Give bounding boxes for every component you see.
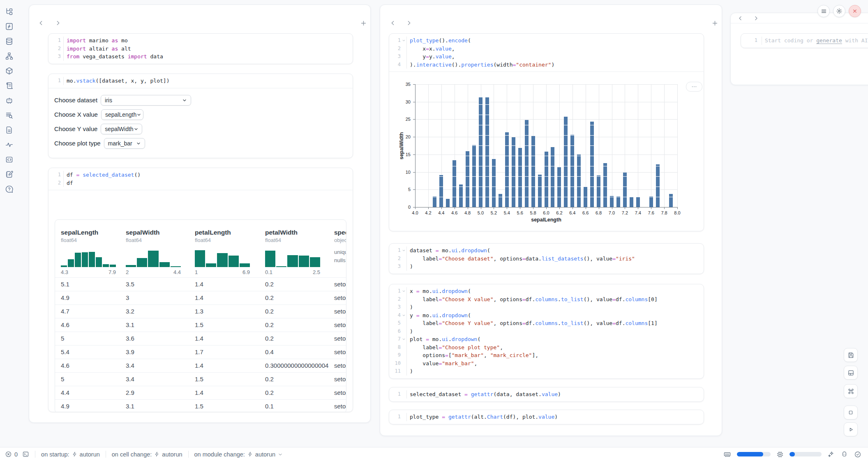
stop-kernel-button[interactable] bbox=[844, 406, 858, 420]
fold-toggle-icon[interactable] bbox=[401, 311, 406, 320]
dropdown-value: iris bbox=[105, 97, 112, 104]
kernel-status-button[interactable] bbox=[854, 451, 861, 458]
table-row[interactable]: 4.63.11.50.2setosa bbox=[55, 318, 346, 332]
layout-toggle-button[interactable] bbox=[844, 366, 858, 380]
code-editor[interactable]: 1plot_type().encode(2 x=x.value,3 y=y.va… bbox=[389, 34, 704, 71]
y-tick-mark bbox=[413, 137, 415, 137]
chevron-down-icon bbox=[402, 337, 406, 341]
histogram-bar bbox=[229, 256, 239, 267]
fold-toggle-icon[interactable] bbox=[401, 37, 406, 45]
code-editor[interactable]: 1Start coding or generate with AI bbox=[741, 34, 868, 48]
table-row[interactable]: 4.63.41.40.30000000000000004setosa bbox=[55, 359, 346, 373]
column-right-button[interactable] bbox=[54, 19, 62, 27]
menu-button[interactable] bbox=[817, 5, 830, 17]
table-column-header[interactable]: sepalWidthfloat6424.4 bbox=[126, 229, 187, 275]
code-cell-selected-dataset[interactable]: 1selected_dataset = getattr(data, datase… bbox=[389, 387, 704, 402]
chevron-down-icon bbox=[182, 98, 187, 103]
add-cell-button[interactable] bbox=[711, 19, 718, 27]
close-panel-button[interactable] bbox=[849, 5, 861, 17]
code-cell-dataframe[interactable]: 1df = selected_dataset()2df sepalLengthf… bbox=[48, 168, 353, 412]
add-cell-button[interactable] bbox=[360, 19, 367, 27]
fold-toggle-icon[interactable] bbox=[401, 335, 406, 343]
dropdown-choose-dataset[interactable]: iris bbox=[101, 95, 191, 106]
sidebar-item-database[interactable] bbox=[5, 37, 14, 46]
table-column-header[interactable]: petalLengthfloat6416.9 bbox=[195, 229, 256, 275]
histogram-bar bbox=[276, 266, 286, 267]
x-tick-label: 4.8 bbox=[462, 210, 474, 215]
table-row[interactable]: 53.61.40.2setosa bbox=[55, 332, 346, 346]
chart-menu-button[interactable] bbox=[686, 82, 702, 92]
ai-assistant-button[interactable] bbox=[840, 450, 848, 458]
dropdown-choose-plot-type[interactable]: mark_bar bbox=[104, 138, 145, 149]
code-cell-plot-type[interactable]: 1plot_type = getattr(alt.Chart(df), plot… bbox=[389, 410, 704, 424]
code-cell-plot[interactable]: 1plot_type().encode(2 x=x.value,3 y=y.va… bbox=[389, 33, 704, 231]
code-editor[interactable]: 1x = mo.ui.dropdown(2 label="Choose X va… bbox=[389, 284, 704, 378]
line-number: 6 bbox=[392, 327, 401, 336]
sidebar-item-hierarchy[interactable] bbox=[5, 52, 14, 60]
code-editor[interactable]: 1selected_dataset = getattr(data, datase… bbox=[389, 387, 704, 401]
autorun-config-1[interactable]: on cell change:autorun bbox=[112, 451, 182, 458]
chevron-down-icon bbox=[402, 313, 406, 317]
scratchpad-cell[interactable]: 1Start coding or generate with AI bbox=[741, 33, 868, 48]
column-left-button[interactable] bbox=[389, 19, 397, 27]
table-cell: 4.6 bbox=[61, 321, 69, 328]
sidebar-item-notebook-pen[interactable] bbox=[5, 170, 14, 179]
sidebar-item-text-search[interactable] bbox=[5, 111, 14, 120]
table-column-header[interactable]: speciesobjectunique:nulls: bbox=[334, 229, 346, 265]
sidebar-item-file-text[interactable] bbox=[5, 126, 14, 134]
dropdown-choose-y-value[interactable]: sepalWidth bbox=[101, 124, 142, 134]
sidebar-item-file-tree[interactable] bbox=[5, 7, 14, 16]
fold-toggle-icon[interactable] bbox=[401, 247, 406, 255]
code-editor[interactable]: 1mo.vstack([dataset, x, y, plot]) bbox=[48, 74, 353, 88]
code-editor[interactable]: 1import marimo as mo2import altair as al… bbox=[48, 34, 353, 64]
code-line: 5 label="Choose Y value", options=df.col… bbox=[392, 319, 704, 327]
code-editor[interactable]: 1dataset = mo.ui.dropdown(2 label="Choos… bbox=[389, 244, 704, 274]
table-row[interactable]: 4.931.40.2setosa bbox=[55, 291, 346, 305]
sidebar-item-bot[interactable] bbox=[5, 96, 14, 105]
autorun-config-2[interactable]: on module change:autorun bbox=[194, 451, 283, 458]
code-line: 2 x=x.value, bbox=[392, 45, 704, 53]
code-cell-dataset-dropdown[interactable]: 1dataset = mo.ui.dropdown(2 label="Choos… bbox=[389, 243, 704, 274]
chart-bar bbox=[505, 132, 509, 207]
table-column-header[interactable]: petalWidthfloat640.12.5 bbox=[265, 229, 327, 275]
table-cell: 1.4 bbox=[195, 281, 203, 288]
table-row[interactable]: 4.93.11.50.1setosa bbox=[55, 399, 346, 412]
sidebar-item-scroll[interactable] bbox=[5, 81, 14, 90]
altair-chart[interactable]: 051015202530354.04.24.44.64.85.05.25.45.… bbox=[389, 72, 704, 231]
code-editor[interactable]: 1plot_type = getattr(alt.Chart(df), plot… bbox=[389, 410, 704, 424]
sidebar-item-package[interactable] bbox=[5, 67, 14, 75]
line-number: 3 bbox=[392, 263, 401, 271]
code-editor[interactable]: 1df = selected_dataset()2df bbox=[48, 168, 353, 190]
autorun-config-0[interactable]: on startup:autorun bbox=[41, 451, 100, 458]
run-all-button[interactable] bbox=[844, 422, 858, 436]
scratch-back-button[interactable] bbox=[736, 14, 744, 22]
sidebar-item-code-box[interactable] bbox=[5, 155, 14, 164]
settings-button[interactable] bbox=[833, 5, 845, 17]
error-count-button[interactable]: 0 bbox=[5, 451, 18, 458]
column-left-button[interactable] bbox=[37, 19, 45, 27]
sidebar-item-function-square[interactable] bbox=[5, 22, 14, 31]
sidebar-item-help-bubble[interactable] bbox=[5, 185, 14, 194]
sidebar-item-activity[interactable] bbox=[5, 141, 14, 149]
code-cell-xy-dropdowns[interactable]: 1x = mo.ui.dropdown(2 label="Choose X va… bbox=[389, 284, 704, 379]
table-row[interactable]: 5.13.51.40.2setosa bbox=[55, 277, 346, 291]
code-cell-imports[interactable]: 1import marimo as mo2import altair as al… bbox=[48, 33, 353, 64]
save-notebook-button[interactable] bbox=[844, 348, 858, 362]
terminal-button[interactable] bbox=[22, 451, 29, 458]
table-cell: setosa bbox=[334, 294, 346, 301]
scratch-forward-button[interactable] bbox=[752, 14, 760, 22]
column-right-button[interactable] bbox=[405, 19, 413, 27]
dropdown-choose-x-value[interactable]: sepalLength bbox=[101, 109, 143, 120]
table-row[interactable]: 4.42.91.40.2setosa bbox=[55, 386, 346, 400]
table-row[interactable]: 4.73.21.30.2setosa bbox=[55, 304, 346, 318]
x-tick-mark bbox=[612, 207, 612, 209]
code-cell-vstack[interactable]: 1mo.vstack([dataset, x, y, plot]) Choose… bbox=[48, 74, 353, 158]
table-row[interactable]: 5.43.91.70.4setosa bbox=[55, 345, 346, 359]
fold-toggle-icon[interactable] bbox=[401, 287, 406, 295]
table-row[interactable]: 53.41.50.2setosa bbox=[55, 372, 346, 386]
table-column-header[interactable]: sepalLengthfloat644.37.9 bbox=[61, 229, 122, 275]
code-line: 1plot_type().encode( bbox=[392, 37, 704, 45]
ai-sparkles-button[interactable] bbox=[827, 451, 835, 458]
command-palette-button[interactable] bbox=[844, 384, 858, 398]
code-line: 1plot_type = getattr(alt.Chart(df), plot… bbox=[392, 413, 704, 421]
